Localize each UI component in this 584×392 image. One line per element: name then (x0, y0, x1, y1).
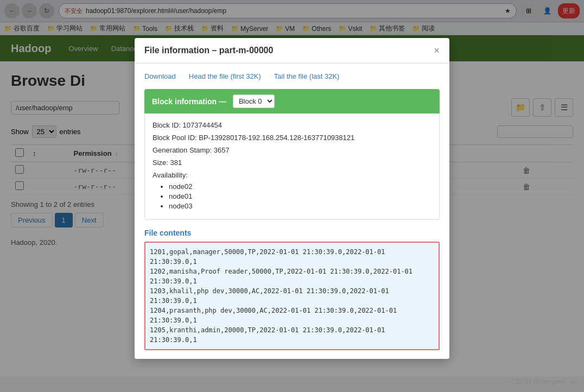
modal-body: Download Head the file (first 32K) Tail … (135, 64, 449, 359)
file-contents-section: File contents 1201,gopal,manager,50000,T… (144, 229, 440, 350)
file-contents-box: 1201,gopal,manager,50000,TP,2022-01-01 2… (144, 242, 440, 350)
availability-label: Availability: (153, 171, 431, 179)
file-contents-header: File contents (144, 229, 440, 237)
node-list: node02 node01 node03 (153, 182, 431, 210)
file-line-2: 1202,manisha,Proof reader,50000,TP,2022-… (150, 267, 434, 286)
modal-title: File information – part-m-00000 (144, 46, 273, 55)
block-pool-id-row: Block Pool ID: BP-139280178-192.168.254.… (153, 134, 431, 142)
file-line-3: 1203,khalil,php dev,30000,AC,2022-01-01 … (150, 286, 434, 306)
block-info-body: Block ID: 1073744454 Block Pool ID: BP-1… (144, 113, 440, 220)
download-link[interactable]: Download (144, 72, 176, 80)
node-item-1: node02 (169, 182, 431, 191)
generation-stamp-row: Generation Stamp: 3657 (153, 146, 431, 154)
file-line-5: 1205,kranthi,admin,20000,TP,2022-01-01 2… (150, 325, 434, 345)
modal-overlay: File information – part-m-00000 × Downlo… (0, 0, 584, 376)
block-info-section: Block information — Block 0 Block ID: 10… (144, 89, 440, 220)
head-file-link[interactable]: Head the file (first 32K) (189, 72, 261, 80)
block-info-header: Block information — Block 0 (144, 89, 440, 113)
modal-action-links: Download Head the file (first 32K) Tail … (144, 72, 440, 80)
block-id-row: Block ID: 1073744454 (153, 121, 431, 129)
modal-header: File information – part-m-00000 × (135, 38, 449, 64)
file-info-modal: File information – part-m-00000 × Downlo… (135, 38, 449, 359)
block-info-label: Block information — (152, 97, 226, 106)
node-item-3: node03 (169, 202, 431, 210)
size-row: Size: 381 (153, 159, 431, 167)
tail-file-link[interactable]: Tail the file (last 32K) (274, 72, 340, 80)
node-item-2: node01 (169, 192, 431, 200)
block-select[interactable]: Block 0 (233, 94, 275, 108)
file-line-4: 1204,prasanth,php dev,30000,AC,2022-01-0… (150, 306, 434, 325)
modal-close-button[interactable]: × (434, 46, 440, 55)
file-line-1: 1201,gopal,manager,50000,TP,2022-01-01 2… (150, 247, 434, 267)
